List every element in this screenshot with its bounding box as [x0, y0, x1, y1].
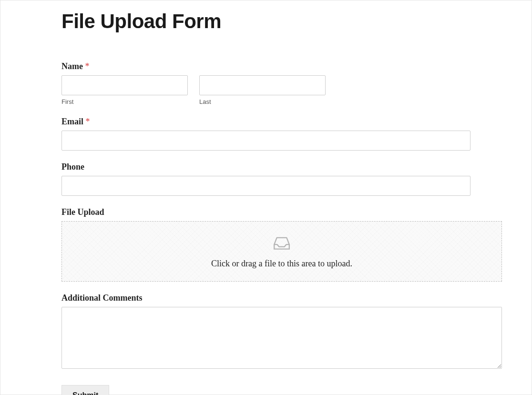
dropzone-text: Click or drag a file to this area to upl…: [72, 259, 492, 269]
comments-field-group: Additional Comments: [61, 293, 471, 371]
last-name-input[interactable]: [199, 75, 326, 95]
file-upload-label: File Upload: [61, 207, 471, 217]
first-name-input[interactable]: [61, 75, 188, 95]
last-name-sublabel: Last: [199, 98, 326, 105]
inbox-icon: [273, 235, 291, 253]
first-name-sublabel: First: [61, 98, 188, 105]
file-upload-field-group: File Upload Click or drag a file to this…: [61, 207, 471, 282]
email-input[interactable]: [61, 131, 471, 151]
page-title: File Upload Form: [61, 10, 471, 33]
last-name-col: Last: [199, 75, 326, 105]
file-upload-dropzone[interactable]: Click or drag a file to this area to upl…: [61, 221, 502, 282]
submit-button[interactable]: Submit: [61, 385, 109, 395]
comments-textarea[interactable]: [61, 307, 502, 369]
email-label: Email *: [61, 117, 471, 127]
name-field-group: Name * First Last: [61, 61, 471, 105]
name-label-text: Name: [61, 61, 83, 71]
phone-field-group: Phone: [61, 162, 471, 196]
email-field-group: Email *: [61, 117, 471, 151]
first-name-col: First: [61, 75, 188, 105]
name-row: First Last: [61, 75, 326, 105]
name-label: Name *: [61, 61, 471, 71]
comments-label: Additional Comments: [61, 293, 471, 303]
phone-label: Phone: [61, 162, 471, 172]
email-label-text: Email: [61, 117, 83, 126]
form-container: File Upload Form Name * First Last Email…: [0, 0, 532, 395]
phone-input[interactable]: [61, 176, 471, 196]
required-star-icon: *: [85, 61, 89, 71]
required-star-icon: *: [86, 117, 90, 126]
